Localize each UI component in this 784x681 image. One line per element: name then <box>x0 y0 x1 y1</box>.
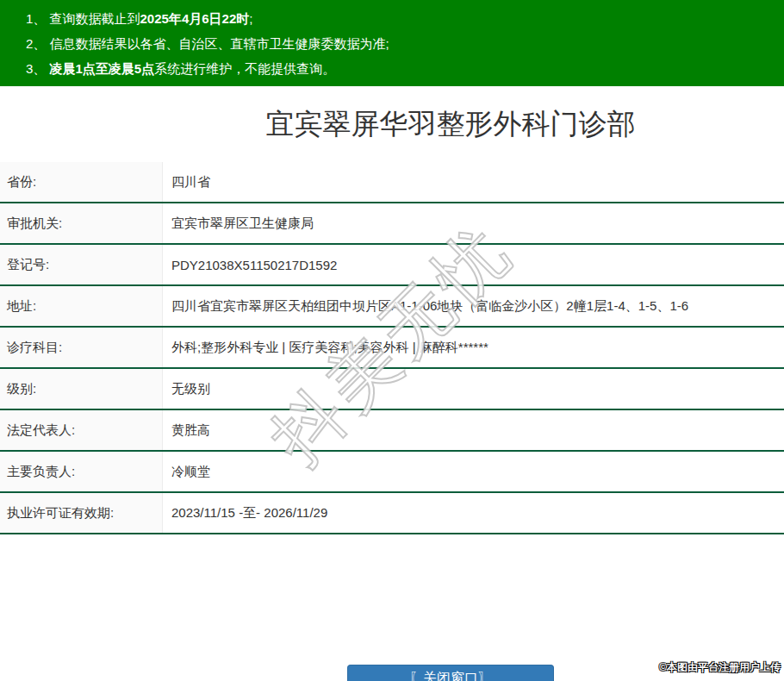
notice-item-3: 3、 凌晨1点至凌晨5点系统进行维护，不能提供查询。 <box>26 56 784 81</box>
row-label: 登记号: <box>0 244 163 285</box>
row-label: 地址: <box>0 285 163 327</box>
row-label: 级别: <box>0 368 163 409</box>
page-container: 1、 查询数据截止到2025年4月6日22时; 2、 信息数据结果以各省、自治区… <box>0 0 784 681</box>
table-row-registration-number: 登记号: PDY21038X51150217D1592 <box>0 244 784 285</box>
table-row-approval-authority: 审批机关: 宜宾市翠屏区卫生健康局 <box>0 203 784 244</box>
close-window-button[interactable]: 〖关闭窗口〗 <box>347 665 554 681</box>
table-row-clinical-departments: 诊疗科目: 外科;整形外科专业 | 医疗美容科;美容外科 | 麻醉科****** <box>0 327 784 368</box>
page-title: 宜宾翠屏华羽整形外科门诊部 <box>0 86 784 162</box>
row-label: 省份: <box>0 162 163 203</box>
table-row-license-validity: 执业许可证有效期: 2023/11/15 -至- 2026/11/29 <box>0 492 784 534</box>
notice-item-1: 1、 查询数据截止到2025年4月6日22时; <box>26 6 784 31</box>
row-label: 主要负责人: <box>0 451 163 492</box>
notice-text-bold: 2025年4月6日22时 <box>140 11 250 26</box>
notice-bar: 1、 查询数据截止到2025年4月6日22时; 2、 信息数据结果以各省、自治区… <box>0 0 784 86</box>
row-label: 法定代表人: <box>0 409 163 451</box>
notice-text-bold: 凌晨1点至凌晨5点 <box>50 61 155 76</box>
table-row-level: 级别: 无级别 <box>0 368 784 409</box>
upload-credit: ©本图由平台注册用户上传 <box>659 660 781 675</box>
row-value: 外科;整形外科专业 | 医疗美容科;美容外科 | 麻醉科****** <box>163 327 784 368</box>
row-value: 黄胜高 <box>163 409 784 451</box>
notice-text: 1、 查询数据截止到 <box>26 11 140 26</box>
notice-item-2: 2、 信息数据结果以各省、自治区、直辖市卫生健康委数据为准; <box>26 31 784 56</box>
row-value: 四川省宜宾市翠屏区天柏组团中坝片区A1-1-06地块（富临金沙小区）2幢1层1-… <box>163 285 784 327</box>
info-table: 省份: 四川省 审批机关: 宜宾市翠屏区卫生健康局 登记号: PDY21038X… <box>0 162 784 534</box>
row-value: 冷顺堂 <box>163 451 784 492</box>
table-row-legal-representative: 法定代表人: 黄胜高 <box>0 409 784 451</box>
table-row-province: 省份: 四川省 <box>0 162 784 203</box>
row-label: 诊疗科目: <box>0 327 163 368</box>
row-value: 2023/11/15 -至- 2026/11/29 <box>163 492 784 534</box>
row-value: 无级别 <box>163 368 784 409</box>
notice-text: ; <box>249 11 252 26</box>
row-label: 执业许可证有效期: <box>0 492 163 534</box>
row-value: 宜宾市翠屏区卫生健康局 <box>163 203 784 244</box>
notice-text: 3、 <box>26 61 50 76</box>
row-label: 审批机关: <box>0 203 163 244</box>
row-value: 四川省 <box>163 162 784 203</box>
row-value: PDY21038X51150217D1592 <box>163 244 784 285</box>
table-row-address: 地址: 四川省宜宾市翠屏区天柏组团中坝片区A1-1-06地块（富临金沙小区）2幢… <box>0 285 784 327</box>
notice-text: 系统进行维护，不能提供查询。 <box>154 61 335 76</box>
notice-text: 2、 信息数据结果以各省、自治区、直辖市卫生健康委数据为准; <box>26 36 389 51</box>
table-row-principal: 主要负责人: 冷顺堂 <box>0 451 784 492</box>
